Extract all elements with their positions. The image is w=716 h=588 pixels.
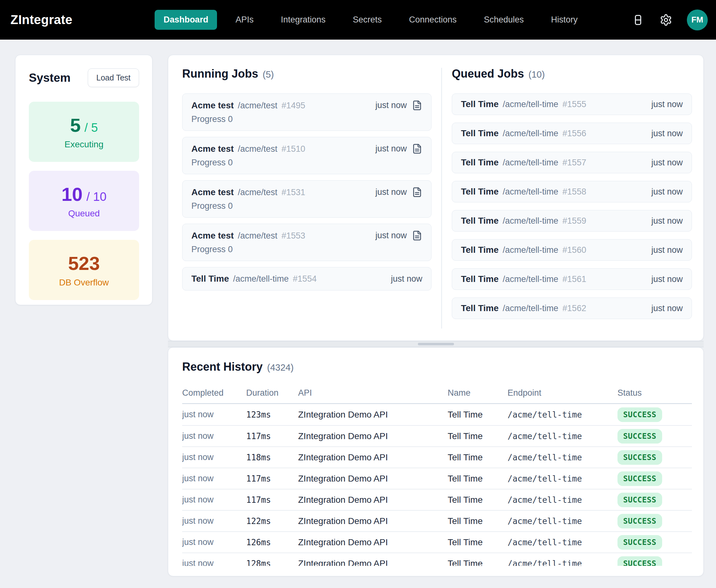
running-jobs-title-text: Running Jobs bbox=[182, 67, 258, 81]
file-text-icon[interactable] bbox=[412, 230, 422, 241]
job-card[interactable]: Tell Time /acme/tell-time #1555 just now bbox=[452, 93, 692, 115]
job-time: just now bbox=[651, 245, 683, 255]
avatar[interactable]: FM bbox=[687, 9, 708, 30]
job-card-main-row: Acme test /acme/test #1531 just now bbox=[191, 187, 422, 197]
system-panel: System Load Test 5 / 5 Executing 10 / 10… bbox=[15, 55, 152, 305]
jobs-panel: Running Jobs (5) Acme test /acme/test #1… bbox=[168, 55, 704, 341]
stat-label: Queued bbox=[68, 208, 100, 218]
nav-item-integrations[interactable]: Integrations bbox=[272, 10, 334, 30]
status-badge: SUCCESS bbox=[617, 471, 662, 486]
history-row[interactable]: just now 117ms ZIntegration Demo API Tel… bbox=[182, 468, 692, 489]
system-stat-card: 523 DB Overflow bbox=[29, 240, 139, 300]
job-card[interactable]: Tell Time /acme/tell-time #1560 just now bbox=[452, 239, 692, 261]
history-row[interactable]: just now 122ms ZIntegration Demo API Tel… bbox=[182, 510, 692, 531]
job-path: /acme/tell-time bbox=[503, 245, 559, 255]
history-completed: just now bbox=[182, 431, 246, 441]
job-card[interactable]: Tell Time /acme/tell-time #1559 just now bbox=[452, 210, 692, 232]
job-name: Tell Time bbox=[461, 216, 499, 226]
history-completed: just now bbox=[182, 410, 246, 419]
history-completed: just now bbox=[182, 453, 246, 462]
job-card-main-row: Tell Time /acme/tell-time #1561 just now bbox=[461, 274, 683, 285]
history-row[interactable]: just now 123ms ZIntegration Demo API Tel… bbox=[182, 404, 692, 425]
file-text-icon[interactable] bbox=[412, 144, 422, 154]
job-name: Acme test bbox=[191, 187, 234, 197]
job-path: /acme/tell-time bbox=[503, 158, 559, 168]
nav-item-dashboard[interactable]: Dashboard bbox=[154, 10, 217, 30]
job-card[interactable]: Acme test /acme/test #1495 just now Prog… bbox=[182, 93, 431, 131]
job-meta: just now bbox=[375, 144, 422, 154]
job-path: /acme/tell-time bbox=[503, 274, 559, 284]
system-stats: 5 / 5 Executing 10 / 10 Queued 523 DB Ov… bbox=[29, 102, 139, 300]
nav-item-history[interactable]: History bbox=[542, 10, 586, 30]
job-meta: just now bbox=[375, 230, 422, 241]
job-path: /acme/tell-time bbox=[503, 216, 559, 226]
stat-value-line: 5 / 5 bbox=[70, 114, 98, 136]
job-card[interactable]: Tell Time /acme/tell-time #1554 just now bbox=[182, 267, 431, 291]
job-time: just now bbox=[375, 187, 407, 197]
job-path: /acme/tell-time bbox=[503, 100, 559, 109]
history-endpoint: /acme/tell-time bbox=[508, 432, 617, 441]
job-path: /acme/test bbox=[238, 188, 277, 197]
job-card-main-row: Tell Time /acme/tell-time #1558 just now bbox=[461, 186, 683, 197]
history-api: ZIntegration Demo API bbox=[298, 516, 448, 526]
job-id: #1553 bbox=[281, 231, 305, 241]
job-name: Acme test bbox=[191, 144, 234, 154]
job-name: Acme test bbox=[191, 101, 234, 110]
history-endpoint: /acme/tell-time bbox=[508, 453, 617, 462]
history-row[interactable]: just now 126ms ZIntegration Demo API Tel… bbox=[182, 531, 692, 552]
file-text-icon[interactable] bbox=[412, 100, 422, 110]
nav-icon-cluster: FM bbox=[631, 9, 708, 30]
job-id: #1495 bbox=[281, 101, 305, 110]
nav-item-schedules[interactable]: Schedules bbox=[475, 10, 532, 30]
job-meta: just now bbox=[651, 187, 683, 197]
splitter-drag-handle[interactable] bbox=[418, 343, 454, 345]
history-name: Tell Time bbox=[448, 559, 508, 566]
history-row[interactable]: just now 117ms ZIntegration Demo API Tel… bbox=[182, 425, 692, 446]
job-card[interactable]: Acme test /acme/test #1531 just now Prog… bbox=[182, 180, 431, 218]
job-card[interactable]: Acme test /acme/test #1553 just now Prog… bbox=[182, 224, 431, 261]
panel-splitter[interactable] bbox=[168, 341, 704, 347]
job-meta: just now bbox=[651, 100, 683, 109]
job-id: #1557 bbox=[562, 158, 586, 168]
job-card[interactable]: Tell Time /acme/tell-time #1558 just now bbox=[452, 181, 692, 203]
history-col-endpoint: Endpoint bbox=[508, 388, 617, 398]
job-time: just now bbox=[375, 144, 407, 154]
history-row[interactable]: just now 118ms ZIntegration Demo API Tel… bbox=[182, 446, 692, 468]
job-card-main-row: Acme test /acme/test #1553 just now bbox=[191, 230, 422, 241]
nav-item-connections[interactable]: Connections bbox=[400, 10, 465, 30]
queued-jobs-column: Queued Jobs (10) Tell Time /acme/tell-ti… bbox=[442, 55, 703, 340]
file-text-icon[interactable] bbox=[412, 187, 422, 197]
stat-total: / 5 bbox=[85, 121, 98, 135]
gear-icon[interactable] bbox=[659, 13, 673, 27]
history-table-body: just now 123ms ZIntegration Demo API Tel… bbox=[182, 404, 692, 566]
job-card-main-row: Tell Time /acme/tell-time #1557 just now bbox=[461, 157, 683, 168]
job-title: Tell Time /acme/tell-time #1554 bbox=[191, 274, 316, 284]
nav-item-apis[interactable]: APIs bbox=[227, 10, 262, 30]
job-card-main-row: Tell Time /acme/tell-time #1562 just now bbox=[461, 303, 683, 314]
queued-jobs-title-text: Queued Jobs bbox=[452, 67, 524, 81]
job-card-main-row: Tell Time /acme/tell-time #1559 just now bbox=[461, 215, 683, 226]
nav-item-secrets[interactable]: Secrets bbox=[344, 10, 391, 30]
stat-total: / 10 bbox=[86, 190, 106, 204]
history-name: Tell Time bbox=[448, 495, 508, 505]
history-endpoint: /acme/tell-time bbox=[508, 538, 617, 547]
system-header: System Load Test bbox=[29, 68, 139, 87]
job-card[interactable]: Tell Time /acme/tell-time #1557 just now bbox=[452, 152, 692, 173]
history-row[interactable]: just now 128ms ZIntegration Demo API Tel… bbox=[182, 552, 692, 566]
job-time: just now bbox=[651, 216, 683, 226]
job-card[interactable]: Tell Time /acme/tell-time #1562 just now bbox=[452, 297, 692, 319]
job-time: just now bbox=[375, 231, 407, 240]
job-progress: Progress 0 bbox=[191, 158, 422, 168]
server-icon[interactable] bbox=[631, 13, 645, 27]
recent-history-count: (4324) bbox=[267, 362, 294, 373]
history-status-cell: SUCCESS bbox=[617, 429, 692, 443]
job-meta: just now bbox=[391, 274, 422, 284]
job-id: #1531 bbox=[281, 188, 305, 197]
history-completed: just now bbox=[182, 537, 246, 547]
job-card[interactable]: Tell Time /acme/tell-time #1556 just now bbox=[452, 123, 692, 144]
history-row[interactable]: just now 117ms ZIntegration Demo API Tel… bbox=[182, 489, 692, 510]
load-test-button[interactable]: Load Test bbox=[88, 68, 139, 87]
job-card[interactable]: Tell Time /acme/tell-time #1561 just now bbox=[452, 268, 692, 290]
history-endpoint: /acme/tell-time bbox=[508, 559, 617, 566]
job-card[interactable]: Acme test /acme/test #1510 just now Prog… bbox=[182, 137, 431, 174]
